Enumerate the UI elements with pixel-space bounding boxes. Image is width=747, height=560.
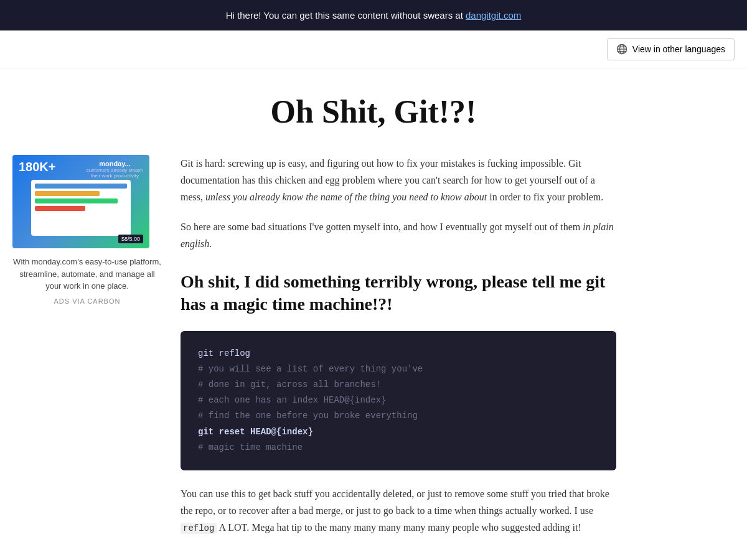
- ad-image[interactable]: 180K+ monday... customers already smasht…: [12, 155, 149, 248]
- section1-body-para: You can use this to get back stuff you a…: [181, 485, 616, 536]
- ad-block: 180K+ monday... customers already smasht…: [12, 155, 162, 305]
- intro-paragraph-1: Git is hard: screwing up is easy, and fi…: [181, 155, 616, 206]
- page-title: Oh Shit, Git!?!: [12, 93, 735, 130]
- code-line-2: # you will see a list of every thing you…: [198, 362, 599, 377]
- ad-screen: [31, 180, 131, 236]
- globe-icon: [616, 44, 627, 55]
- ad-bar-1: [35, 184, 127, 189]
- content-area: 180K+ monday... customers already smasht…: [12, 155, 735, 546]
- ad-bar-2: [35, 191, 100, 196]
- code-line-4: # each one has an index HEAD@{index}: [198, 393, 599, 408]
- language-button-label: View in other languages: [632, 44, 725, 54]
- code-line-7: # magic time machine: [198, 440, 599, 455]
- ad-brand: monday... customers already smashtheir w…: [87, 160, 143, 179]
- inline-code-reflog: reflog: [181, 523, 217, 534]
- banner-text: Hi there! You can get this same content …: [226, 10, 466, 21]
- ad-image-inner: 180K+ monday... customers already smasht…: [12, 155, 149, 248]
- sidebar: 180K+ monday... customers already smasht…: [12, 155, 162, 546]
- code-line-6: git reset HEAD@{index}: [198, 424, 599, 440]
- code-line-1: git reflog: [198, 346, 599, 362]
- banner-link[interactable]: dangitgit.com: [466, 10, 521, 21]
- ad-bar-4: [35, 206, 85, 211]
- language-button[interactable]: View in other languages: [607, 38, 735, 60]
- ad-description: With monday.com's easy-to-use platform, …: [12, 256, 162, 292]
- code-block-1: git reflog # you will see a list of ever…: [181, 331, 616, 470]
- code-line-3: # done in git, across all branches!: [198, 377, 599, 393]
- ads-via-label: ADS VIA CARBON: [12, 297, 162, 305]
- top-banner: Hi there! You can get this same content …: [0, 0, 747, 30]
- intro-paragraph-2: So here are some bad situations I've got…: [181, 218, 616, 252]
- page-wrapper: Oh Shit, Git!?! 180K+ monday... customer…: [0, 68, 747, 559]
- section1-heading: Oh shit, I did something terribly wrong,…: [181, 271, 616, 316]
- ad-bar-3: [35, 198, 118, 203]
- ad-price: $8/5.00: [118, 235, 143, 243]
- main-content: Git is hard: screwing up is easy, and fi…: [181, 155, 616, 546]
- code-line-5: # find the one before you broke everythi…: [198, 408, 599, 424]
- lang-bar: View in other languages: [0, 30, 747, 68]
- ad-stat: 180K+: [19, 160, 56, 174]
